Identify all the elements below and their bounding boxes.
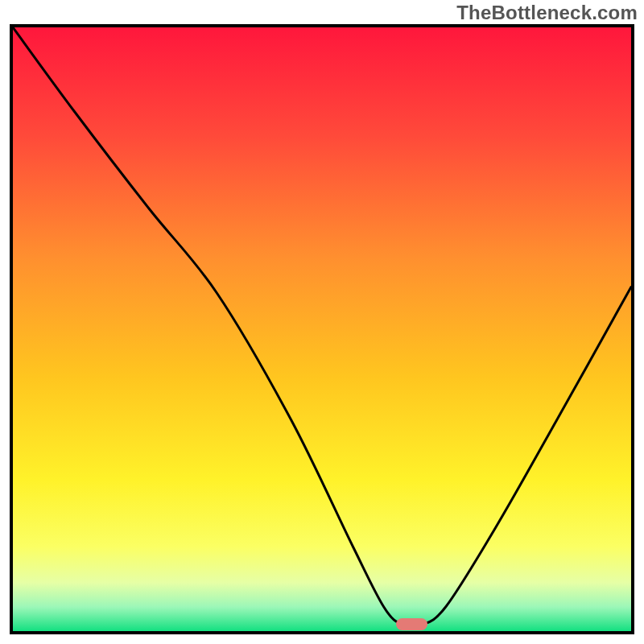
plot-frame — [10, 24, 634, 634]
optimal-point-marker — [396, 618, 427, 630]
watermark-text: TheBottleneck.com — [456, 2, 638, 24]
bottleneck-curve — [13, 27, 631, 631]
chart-container: TheBottleneck.com — [0, 0, 644, 644]
